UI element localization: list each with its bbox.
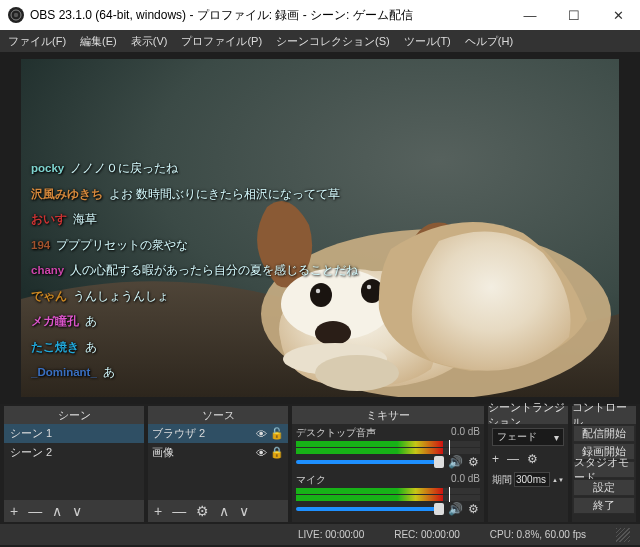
remove-scene-button[interactable]: —: [28, 503, 42, 519]
menu-scenecollection[interactable]: シーンコレクション(S): [276, 34, 390, 49]
close-button[interactable]: ✕: [596, 0, 640, 30]
gear-icon[interactable]: ⚙: [466, 502, 480, 516]
chat-row: pockyノノノ０に戻ったね: [31, 163, 358, 175]
svg-point-9: [367, 285, 371, 289]
mixer-panel: ミキサー デスクトップ音声 0.0 dB 🔊 ⚙ マイク 0.0 dB 🔊: [292, 406, 484, 522]
sources-toolbar: + — ⚙ ∧ ∨: [148, 500, 288, 522]
chat-message: うんしょうんしょ: [73, 291, 169, 303]
preview-canvas[interactable]: pockyノノノ０に戻ったね沢風みゆきちよお 数時間ぶりにきたら相沢になってて草…: [21, 59, 619, 397]
duration-input[interactable]: [514, 472, 550, 487]
controls-header: コントロール: [572, 406, 636, 424]
add-source-button[interactable]: +: [154, 503, 162, 519]
scene-item[interactable]: シーン 2: [4, 443, 144, 462]
chat-message: あ: [85, 316, 97, 328]
chat-message: プププリセットの衆やな: [56, 240, 188, 252]
chat-message: 人の心配する暇があったら自分の夏を感じることだね: [70, 265, 358, 277]
source-label: 画像: [152, 445, 174, 460]
chat-message: ノノノ０に戻ったね: [70, 163, 178, 175]
scenes-panel: シーン シーン 1シーン 2 + — ∧ ∨: [4, 406, 144, 522]
chat-username: pocky: [31, 163, 64, 175]
settings-button[interactable]: 設定: [573, 479, 635, 496]
mixer-mic-meter: [296, 495, 480, 501]
statusbar: LIVE: 00:00:00 REC: 00:00:00 CPU: 0.8%, …: [0, 524, 640, 545]
scene-item[interactable]: シーン 1: [4, 424, 144, 443]
add-transition-button[interactable]: +: [492, 452, 499, 466]
gear-icon[interactable]: ⚙: [466, 455, 480, 469]
source-item[interactable]: 画像👁🔒: [148, 443, 288, 462]
app-logo: [8, 7, 24, 23]
chat-username: 沢風みゆきち: [31, 189, 103, 201]
mixer-mic-label: マイク: [296, 474, 326, 485]
transition-selected: フェード: [497, 430, 537, 444]
sources-list[interactable]: ブラウザ 2👁🔓画像👁🔒: [148, 424, 288, 500]
transitions-header: シーントランジション: [488, 406, 568, 424]
chat-username: _Dominant_: [31, 367, 97, 379]
speaker-icon[interactable]: 🔊: [448, 455, 462, 469]
chat-overlay: pockyノノノ０に戻ったね沢風みゆきちよお 数時間ぶりにきたら相沢になってて草…: [31, 163, 358, 393]
menu-profile[interactable]: プロファイル(P): [181, 34, 262, 49]
svg-point-1: [14, 13, 18, 17]
chat-row: 沢風みゆきちよお 数時間ぶりにきたら相沢になってて草: [31, 189, 358, 201]
chat-row: おいす海草: [31, 214, 358, 226]
source-up-button[interactable]: ∧: [219, 503, 229, 519]
chat-row: でゃんうんしょうんしょ: [31, 291, 358, 303]
mixer-desktop-label: デスクトップ音声: [296, 427, 376, 438]
chat-row: _Dominant_あ: [31, 367, 358, 379]
source-label: ブラウザ 2: [152, 426, 205, 441]
mixer-mic-slider[interactable]: [296, 507, 444, 511]
transition-select[interactable]: フェード ▾: [492, 428, 564, 446]
speaker-icon[interactable]: 🔊: [448, 502, 462, 516]
menu-view[interactable]: 表示(V): [131, 34, 168, 49]
chat-message: あ: [85, 342, 97, 354]
docks: シーン シーン 1シーン 2 + — ∧ ∨ ソース ブラウザ 2👁🔓画像👁🔒 …: [0, 404, 640, 524]
chat-row: 194プププリセットの衆やな: [31, 240, 358, 252]
sources-panel: ソース ブラウザ 2👁🔓画像👁🔒 + — ⚙ ∧ ∨: [148, 406, 288, 522]
scenes-list[interactable]: シーン 1シーン 2: [4, 424, 144, 500]
mixer-body: デスクトップ音声 0.0 dB 🔊 ⚙ マイク 0.0 dB 🔊 ⚙: [292, 424, 484, 522]
minimize-button[interactable]: —: [508, 0, 552, 30]
chat-username: でゃん: [31, 291, 67, 303]
visibility-icon[interactable]: 👁: [254, 446, 268, 460]
mixer-header: ミキサー: [292, 406, 484, 424]
status-rec: REC: 00:00:00: [394, 529, 460, 540]
status-cpu: CPU: 0.8%, 60.00 fps: [490, 529, 586, 540]
lock-icon[interactable]: 🔓: [270, 427, 284, 441]
transitions-panel: シーントランジション フェード ▾ + — ⚙ 期間 ▲▼: [488, 406, 568, 522]
source-item[interactable]: ブラウザ 2👁🔓: [148, 424, 288, 443]
visibility-icon[interactable]: 👁: [254, 427, 268, 441]
titlebar: OBS 23.1.0 (64-bit, windows) - プロファイル: 録…: [0, 0, 640, 30]
start-streaming-button[interactable]: 配信開始: [573, 425, 635, 442]
menu-tools[interactable]: ツール(T): [404, 34, 451, 49]
resize-grip[interactable]: [616, 528, 630, 542]
source-down-button[interactable]: ∨: [239, 503, 249, 519]
transition-settings-icon[interactable]: ⚙: [527, 452, 538, 466]
mixer-desktop-meter: [296, 441, 480, 447]
studio-mode-button[interactable]: スタジオモード: [573, 461, 635, 478]
transitions-body: フェード ▾ + — ⚙ 期間 ▲▼: [488, 424, 568, 522]
menu-edit[interactable]: 編集(E): [80, 34, 117, 49]
status-live: LIVE: 00:00:00: [298, 529, 364, 540]
controls-panel: コントロール 配信開始 録画開始 スタジオモード 設定 終了: [572, 406, 636, 522]
menu-file[interactable]: ファイル(F): [8, 34, 66, 49]
chat-row: メガ瞳孔あ: [31, 316, 358, 328]
mixer-desktop-meter: [296, 448, 480, 454]
chat-username: おいす: [31, 214, 67, 226]
chevron-down-icon: ▾: [554, 432, 559, 443]
scene-up-button[interactable]: ∧: [52, 503, 62, 519]
maximize-button[interactable]: ☐: [552, 0, 596, 30]
mixer-desktop-db: 0.0 dB: [451, 426, 480, 437]
remove-transition-button[interactable]: —: [507, 452, 519, 466]
chat-row: たこ焼きあ: [31, 342, 358, 354]
menu-help[interactable]: ヘルプ(H): [465, 34, 513, 49]
chat-username: 194: [31, 240, 50, 252]
remove-source-button[interactable]: —: [172, 503, 186, 519]
scene-down-button[interactable]: ∨: [72, 503, 82, 519]
spinner-icons[interactable]: ▲▼: [552, 477, 564, 483]
source-settings-icon[interactable]: ⚙: [196, 503, 209, 519]
chat-username: メガ瞳孔: [31, 316, 79, 328]
exit-button[interactable]: 終了: [573, 497, 635, 514]
lock-icon[interactable]: 🔒: [270, 446, 284, 460]
mixer-desktop-slider[interactable]: [296, 460, 444, 464]
window-title: OBS 23.1.0 (64-bit, windows) - プロファイル: 録…: [30, 7, 413, 24]
add-scene-button[interactable]: +: [10, 503, 18, 519]
